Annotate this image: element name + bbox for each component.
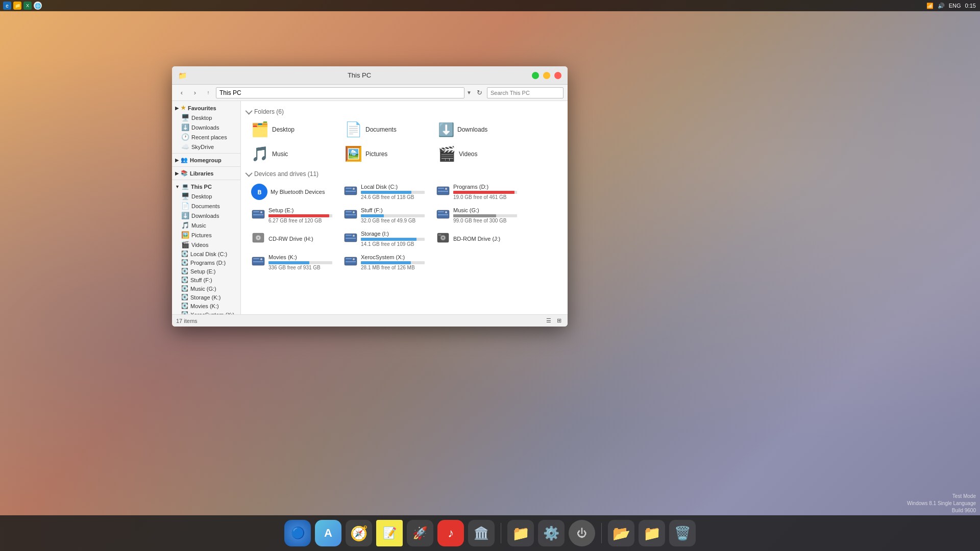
sidebar-thispc-label: This PC	[191, 184, 212, 190]
folder-item-videos[interactable]: 🎬 Videos	[434, 144, 523, 164]
stuff-f-bar	[361, 214, 384, 217]
drive-item-bdrom-j[interactable]: BD BD-ROM Drive (J:)	[432, 229, 521, 249]
storage-k-icon: 💽	[181, 294, 188, 300]
sidebar-item-skydrive[interactable]: ☁️ SkyDrive	[172, 142, 240, 152]
back-button[interactable]: ‹	[176, 87, 187, 98]
taskbar-notes[interactable]: 📝	[376, 520, 403, 546]
taskbar-folder-dark[interactable]: 📁	[639, 520, 665, 546]
drive-item-cdrw-h[interactable]: CD-RW Drive (H:)	[247, 229, 336, 249]
watermark-text: Test Mode Windows 8.1 Single Language Bu…	[907, 493, 976, 514]
topbar-icon-ie[interactable]: e	[3, 2, 11, 10]
sidebar-item-downloads[interactable]: ⬇️ Downloads	[172, 122, 240, 132]
sidebar-item-desktop[interactable]: 🖥️ Desktop	[172, 113, 240, 122]
sidebar-item-xeroc-x[interactable]: 💽 XerocSystem (X:)	[172, 310, 240, 314]
sidebar-item-thispc-downloads[interactable]: ⬇️ Downloads	[172, 211, 240, 220]
taskbar-trash[interactable]: 🗑️	[669, 520, 696, 546]
storage-i-bar	[361, 238, 416, 241]
svg-rect-17	[438, 214, 448, 215]
sidebar-item-setup-e[interactable]: 💽 Setup (E:)	[172, 267, 240, 276]
setup-e-bar-container	[268, 214, 332, 217]
folders-section-header[interactable]: Folders (6)	[247, 108, 561, 115]
folder-pictures-icon: 🖼️	[345, 147, 362, 161]
up-button[interactable]: ↑	[203, 87, 214, 98]
taskbar-safari[interactable]: 🧭	[346, 520, 372, 546]
sidebar-item-stuff-f[interactable]: 💽 Stuff (F:)	[172, 276, 240, 284]
maximize-button[interactable]	[532, 72, 539, 79]
topbar-icon-explorer[interactable]: 📁	[13, 2, 21, 10]
drive-item-storage-i[interactable]: Storage (I:) 14.1 GB free of 109 GB	[339, 229, 429, 249]
list-view-button[interactable]: ☰	[544, 316, 553, 325]
drive-item-local-c[interactable]: Local Disk (C:) 24.6 GB free of 118 GB	[339, 182, 429, 202]
svg-point-22	[258, 237, 259, 239]
drive-x-icon	[344, 254, 358, 270]
drive-item-stuff-f[interactable]: Stuff (F:) 32.0 GB free of 49.9 GB	[339, 205, 429, 226]
refresh-button[interactable]: ↻	[474, 87, 485, 98]
drive-item-programs-d[interactable]: Programs (D:) 19.0 GB free of 461 GB	[432, 182, 521, 202]
window-titlebar: 📁 This PC	[172, 66, 568, 85]
folder-item-pictures[interactable]: 🖼️ Pictures	[340, 144, 430, 164]
address-dropdown-arrow[interactable]: ▼	[467, 90, 472, 95]
svg-point-6	[445, 188, 447, 190]
thispc-documents-label: Documents	[191, 203, 220, 209]
movies-k-free: 336 GB free of 931 GB	[268, 265, 332, 270]
minimize-button[interactable]	[543, 72, 550, 79]
taskbar-power[interactable]: ⏻	[569, 520, 595, 546]
sidebar-item-local-c[interactable]: 💽 Local Disk (C:)	[172, 249, 240, 258]
drive-item-bluetooth[interactable]: ʙ My Bluetooth Devices	[247, 182, 336, 202]
topbar-icon-excel[interactable]: X	[23, 2, 32, 10]
drive-c-icon	[344, 184, 358, 200]
drive-item-music-g[interactable]: Music (G:) 99.0 GB free of 300 GB	[432, 205, 521, 226]
sidebar-item-movies-k[interactable]: 💽 Movies (K:)	[172, 302, 240, 310]
folder-item-desktop[interactable]: 🗂️ Desktop	[247, 119, 336, 140]
sidebar-thispc-header[interactable]: ▼ 💻 This PC	[172, 182, 240, 191]
drive-item-movies-k[interactable]: Movies (K:) 336 GB free of 931 GB	[247, 252, 336, 272]
sidebar-homegroup-header[interactable]: ▶ 👥 Homegroup	[172, 155, 240, 165]
drive-j-icon: BD	[436, 231, 450, 247]
sidebar-item-recent[interactable]: 🕐 Recent places	[172, 132, 240, 142]
address-bar: ‹ › ↑ ▼ ↻	[172, 85, 568, 101]
search-input[interactable]	[487, 87, 564, 98]
stuff-f-free: 32.0 GB free of 49.9 GB	[361, 218, 425, 223]
sidebar-item-thispc-documents[interactable]: 📄 Documents	[172, 201, 240, 211]
window-title: This PC	[187, 71, 532, 79]
taskbar-launchpad[interactable]: 🚀	[407, 520, 433, 546]
tile-view-button[interactable]: ⊞	[554, 316, 564, 325]
sidebar-item-storage-k[interactable]: 💽 Storage (K:)	[172, 293, 240, 302]
folder-item-music[interactable]: 🎵 Music	[247, 144, 336, 164]
svg-text:BD: BD	[438, 234, 442, 236]
taskbar-music[interactable]: ♪	[437, 520, 464, 546]
sidebar-favourites-header[interactable]: ▶ ★ Favourites	[172, 103, 240, 113]
local-c-info: Local Disk (C:) 24.6 GB free of 118 GB	[361, 184, 425, 200]
stuff-f-drive-name: Stuff (F:)	[361, 207, 425, 213]
taskbar-appstore[interactable]: A	[315, 520, 341, 546]
svg-rect-11	[253, 211, 259, 212]
sidebar-item-thispc-pictures[interactable]: 🖼️ Pictures	[172, 230, 240, 240]
drive-h-icon	[251, 231, 265, 247]
local-c-bar-container	[361, 191, 425, 194]
close-button[interactable]	[554, 72, 561, 79]
sidebar-item-thispc-music[interactable]: 🎵 Music	[172, 220, 240, 230]
folder-item-downloads[interactable]: ⬇️ Downloads	[434, 119, 523, 140]
taskbar-folder-blue[interactable]: 📂	[608, 520, 634, 546]
folder-desktop-icon: 🗂️	[251, 122, 269, 137]
sidebar-item-music-g[interactable]: 💽 Music (G:)	[172, 284, 240, 293]
address-input[interactable]	[216, 87, 464, 98]
drive-item-setup-e[interactable]: Setup (E:) 6.27 GB free of 120 GB	[247, 205, 336, 226]
taskbar-folder-grey[interactable]: 📁	[507, 520, 534, 546]
folder-documents-icon: 📄	[345, 122, 362, 137]
forward-button[interactable]: ›	[189, 87, 201, 98]
topbar-icon-chrome[interactable]: 🌐	[34, 2, 42, 10]
sidebar-item-programs-d[interactable]: 💽 Programs (D:)	[172, 258, 240, 267]
taskbar-finder[interactable]: 🔵	[284, 520, 311, 546]
svg-point-18	[445, 211, 447, 213]
sidebar-item-thispc-desktop[interactable]: 🖥️ Desktop	[172, 191, 240, 201]
svg-rect-26	[346, 235, 352, 236]
sidebar-libraries-header[interactable]: ▶ 📚 Libraries	[172, 168, 240, 178]
sidebar-item-thispc-videos[interactable]: 🎬 Videos	[172, 240, 240, 249]
devices-section-header[interactable]: Devices and drives (11)	[247, 170, 561, 178]
taskbar-sysprefs[interactable]: ⚙️	[538, 520, 565, 546]
drive-item-xeroc-x[interactable]: XerocSystem (X:) 28.1 MB free of 126 MB	[339, 252, 429, 272]
taskbar-library[interactable]: 🏛️	[468, 520, 495, 546]
folders-grid: 🗂️ Desktop 📄 Documents ⬇️ Downloads 🎵 Mu…	[247, 119, 561, 164]
folder-item-documents[interactable]: 📄 Documents	[340, 119, 430, 140]
